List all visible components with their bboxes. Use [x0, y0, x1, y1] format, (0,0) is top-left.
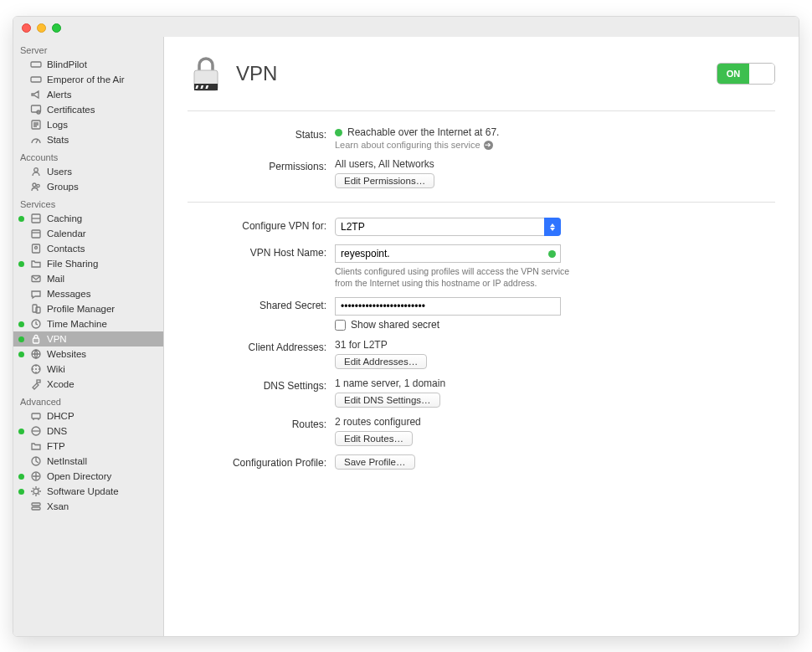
row-config-profile: Configuration Profile: Save Profile… [188, 454, 775, 470]
edit-permissions-button[interactable]: Edit Permissions… [335, 173, 434, 188]
calendar-icon [30, 228, 42, 239]
sidebar-item-groups[interactable]: Groups [13, 179, 163, 194]
status-dot-icon [18, 429, 24, 434]
service-toggle[interactable]: ON [717, 63, 775, 85]
label-status: Status: [188, 126, 335, 141]
sidebar-item-xcode[interactable]: Xcode [13, 377, 163, 392]
wiki-icon [30, 363, 42, 375]
profile-manager-icon [30, 303, 42, 315]
show-secret-checkbox[interactable] [335, 320, 346, 331]
sidebar-item-label: Time Machine [47, 319, 107, 329]
sidebar-item-caching[interactable]: Caching [13, 211, 163, 226]
sidebar: Server BlindPilot Emperor of the Air Ale… [13, 37, 164, 636]
label-config-profile: Configuration Profile: [188, 454, 335, 469]
sidebar-item-dns[interactable]: DNS [13, 424, 163, 439]
sidebar-item-users[interactable]: Users [13, 164, 163, 179]
sidebar-item-contacts[interactable]: Contacts [13, 241, 163, 256]
hostname-hint: Clients configured using profiles will a… [335, 265, 578, 289]
sidebar-item-label: Caching [47, 213, 82, 223]
sidebar-item-time-machine[interactable]: Time Machine [13, 316, 163, 331]
sidebar-item-label: Websites [47, 349, 86, 359]
edit-addresses-button[interactable]: Edit Addresses… [335, 354, 427, 369]
label-shared-secret: Shared Secret: [188, 297, 335, 311]
sidebar-item-alerts[interactable]: Alerts [13, 87, 163, 102]
lock-icon [30, 333, 42, 345]
label-client-addresses: Client Addresses: [188, 339, 335, 353]
main-panel: VPN ON Status: Reachable over the Intern… [164, 37, 799, 636]
edit-routes-button[interactable]: Edit Routes… [335, 431, 413, 446]
permissions-value: All users, All Networks [335, 158, 578, 170]
sidebar-item-label: FTP [47, 441, 65, 451]
toggle-on-label: ON [717, 64, 749, 84]
sidebar-item-wiki[interactable]: Wiki [13, 362, 163, 377]
sidebar-item-xsan[interactable]: Xsan [13, 499, 163, 514]
status-dot-icon [18, 474, 24, 480]
sidebar-item-websites[interactable]: Websites [13, 347, 163, 362]
edit-dns-button[interactable]: Edit DNS Settings… [335, 393, 440, 408]
server-app-window: Server BlindPilot Emperor of the Air Ale… [13, 16, 799, 637]
sidebar-item-mail[interactable]: Mail [13, 271, 163, 286]
sidebar-item-label: Logs [47, 120, 68, 130]
sidebar-item-netinstall[interactable]: NetInstall [13, 454, 163, 469]
svg-rect-40 [32, 503, 40, 506]
user-icon [30, 166, 42, 177]
sidebar-item-calendar[interactable]: Calendar [13, 226, 163, 241]
status-hint-link[interactable]: Learn about configuring this service ➔ [335, 140, 578, 150]
svg-line-8 [36, 140, 38, 143]
client-addresses-value: 31 for L2TP [335, 339, 578, 351]
sidebar-section-services: Services [13, 194, 163, 211]
shared-secret-input[interactable] [335, 297, 561, 316]
status-dot-icon [18, 489, 24, 495]
close-window-button[interactable] [22, 23, 31, 33]
sidebar-item-file-sharing[interactable]: File Sharing [13, 256, 163, 271]
mac-mini-icon [30, 74, 42, 85]
caching-icon [30, 213, 42, 224]
info-arrow-icon: ➔ [484, 141, 493, 150]
sidebar-item-label: Profile Manager [47, 304, 115, 314]
svg-rect-44 [188, 85, 188, 89]
hostname-input[interactable] [335, 244, 561, 263]
sidebar-item-open-directory[interactable]: Open Directory [13, 469, 163, 484]
sidebar-item-label: DNS [47, 426, 67, 436]
sidebar-item-label: Stats [47, 135, 69, 145]
folder-icon [30, 258, 42, 270]
sidebar-item-stats[interactable]: Stats [13, 132, 163, 147]
row-configure-vpn: Configure VPN for: L2TP [188, 218, 775, 236]
minimize-window-button[interactable] [37, 23, 46, 33]
divider [188, 202, 775, 203]
sidebar-item-dhcp[interactable]: DHCP [13, 408, 163, 424]
status-hint-text: Learn about configuring this service [335, 140, 481, 150]
row-client-addresses: Client Addresses: 31 for L2TP Edit Addre… [188, 339, 775, 369]
sidebar-item-vpn[interactable]: VPN [13, 331, 163, 347]
sidebar-item-blindpilot[interactable]: BlindPilot [13, 57, 163, 72]
svg-rect-30 [37, 380, 40, 382]
label-routes: Routes: [188, 416, 335, 430]
sidebar-item-label: DHCP [47, 411, 75, 421]
show-secret-row[interactable]: Show shared secret [335, 319, 578, 331]
save-profile-button[interactable]: Save Profile… [335, 454, 415, 470]
label-permissions: Permissions: [188, 158, 335, 172]
sidebar-item-label: Mail [47, 274, 64, 284]
sidebar-item-messages[interactable]: Messages [13, 286, 163, 301]
sidebar-item-ftp[interactable]: FTP [13, 439, 163, 454]
zoom-window-button[interactable] [52, 23, 61, 33]
svg-point-10 [33, 183, 36, 187]
routes-value: 2 routes configured [335, 416, 578, 428]
sidebar-item-logs[interactable]: Logs [13, 117, 163, 132]
sidebar-item-label: Certificates [47, 105, 95, 115]
sidebar-item-label: Emperor of the Air [47, 74, 125, 85]
sidebar-item-label: Groups [47, 182, 79, 192]
svg-point-11 [37, 184, 39, 187]
row-hostname: VPN Host Name: Clients configured using … [188, 244, 775, 289]
header: VPN ON [188, 54, 775, 94]
sidebar-item-profile-manager[interactable]: Profile Manager [13, 301, 163, 316]
megaphone-icon [30, 89, 42, 100]
sidebar-item-software-update[interactable]: Software Update [13, 484, 163, 499]
sidebar-item-emperor[interactable]: Emperor of the Air [13, 72, 163, 87]
svg-rect-22 [33, 338, 39, 343]
meter-icon [30, 134, 42, 146]
sidebar-item-certificates[interactable]: Certificates [13, 102, 163, 117]
configure-vpn-select[interactable]: L2TP [335, 218, 561, 236]
sidebar-item-label: Users [47, 167, 72, 177]
row-status: Status: Reachable over the Internet at 6… [188, 126, 775, 150]
